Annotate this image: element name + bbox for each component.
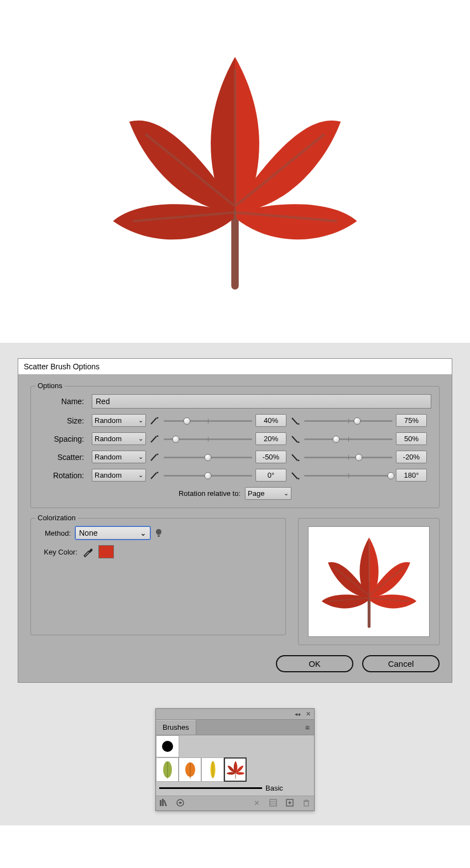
- slider-max-icon: [291, 472, 301, 479]
- brush-round-default[interactable]: [156, 735, 179, 757]
- key-color-swatch[interactable]: [98, 545, 114, 558]
- preview-group: [298, 518, 440, 645]
- spacing-value-1[interactable]: 20%: [255, 432, 286, 445]
- scatter-mode-select[interactable]: Random⌄: [92, 451, 146, 463]
- colorization-group: Colorization Method: None⌄ Key Color:: [30, 518, 286, 635]
- brushes-tab[interactable]: Brushes: [156, 720, 196, 735]
- svg-point-9: [298, 459, 300, 461]
- chevron-down-icon: ⌄: [140, 529, 147, 537]
- rotation-relative-select[interactable]: Page⌄: [245, 487, 291, 500]
- svg-rect-14: [162, 799, 164, 806]
- slider-min-icon: [150, 435, 160, 443]
- size-mode-select[interactable]: Random⌄: [92, 414, 146, 427]
- chevron-down-icon: ⌄: [284, 490, 289, 497]
- scatter-brush-dialog: Scatter Brush Options Options Name: Size…: [18, 358, 452, 683]
- spacing-mode-select[interactable]: Random⌄: [92, 432, 146, 445]
- colorization-legend: Colorization: [35, 514, 78, 522]
- size-value-1[interactable]: 40%: [255, 414, 286, 427]
- options-icon[interactable]: [269, 798, 278, 807]
- svg-rect-22: [304, 801, 309, 806]
- method-label: Method:: [39, 529, 71, 537]
- svg-point-7: [298, 441, 300, 442]
- name-label: Name:: [39, 397, 87, 406]
- slider-min-icon: [150, 417, 160, 425]
- chevron-down-icon: ⌄: [138, 417, 143, 424]
- spacing-value-2[interactable]: 50%: [396, 432, 427, 445]
- basic-label: Basic: [265, 784, 283, 792]
- rotation-relative-label: Rotation relative to:: [179, 489, 241, 498]
- ok-button[interactable]: OK: [276, 655, 353, 672]
- slider-min-icon: [150, 472, 160, 479]
- brushes-panel: ◂◂ ✕ Brushes ≡ Basic: [155, 708, 315, 811]
- spacing-slider-2[interactable]: [304, 435, 393, 443]
- leaf-artwork: [111, 33, 359, 310]
- collapse-icon[interactable]: ◂◂: [295, 711, 300, 717]
- scatter-value-1[interactable]: -50%: [255, 451, 286, 463]
- libraries-icon[interactable]: [159, 798, 168, 807]
- rotation-slider-2[interactable]: [304, 472, 393, 479]
- rotation-label: Rotation:: [39, 471, 87, 480]
- svg-point-8: [157, 453, 159, 455]
- slider-min-icon: [150, 453, 160, 461]
- name-input[interactable]: [92, 394, 431, 409]
- svg-point-11: [298, 478, 300, 479]
- size-slider-2[interactable]: [304, 417, 393, 425]
- options-group: Options Name: Size: Random⌄ 40%: [30, 386, 440, 508]
- size-label: Size:: [39, 416, 87, 425]
- svg-rect-13: [160, 800, 161, 806]
- brush-leaf-green[interactable]: [156, 757, 179, 782]
- cancel-button[interactable]: Cancel: [362, 655, 440, 672]
- scatter-value-2[interactable]: -20%: [396, 451, 427, 463]
- method-select[interactable]: None⌄: [75, 526, 150, 540]
- svg-point-5: [298, 423, 300, 424]
- rotation-value-2[interactable]: 180°: [396, 469, 427, 482]
- brush-libraries-icon[interactable]: [176, 798, 185, 807]
- spacing-slider-1[interactable]: [164, 435, 252, 443]
- tip-icon[interactable]: [155, 529, 163, 537]
- new-brush-icon[interactable]: [285, 798, 294, 807]
- chevron-down-icon: ⌄: [138, 453, 143, 461]
- remove-stroke-icon[interactable]: ✕: [252, 798, 261, 807]
- spacing-label: Spacing:: [39, 435, 87, 443]
- scatter-slider-2[interactable]: [304, 453, 393, 461]
- chevron-down-icon: ⌄: [138, 435, 143, 442]
- svg-point-10: [157, 472, 159, 473]
- key-color-label: Key Color:: [39, 548, 77, 556]
- size-slider-1[interactable]: [164, 417, 252, 425]
- slider-max-icon: [291, 453, 301, 461]
- brush-leaf-orange[interactable]: [179, 757, 201, 782]
- brush-basic[interactable]: Basic: [156, 782, 314, 796]
- chevron-down-icon: ⌄: [138, 472, 143, 479]
- options-legend: Options: [35, 381, 65, 390]
- svg-rect-16: [270, 799, 276, 806]
- brush-preview: [308, 526, 430, 637]
- scatter-label: Scatter:: [39, 453, 87, 462]
- rotation-mode-select[interactable]: Random⌄: [92, 469, 146, 482]
- dialog-title: Scatter Brush Options: [18, 359, 452, 375]
- svg-rect-24: [305, 800, 307, 801]
- brush-leaf-red[interactable]: [224, 757, 247, 782]
- size-value-2[interactable]: 75%: [396, 414, 427, 427]
- slider-max-icon: [291, 417, 301, 425]
- panel-menu-icon[interactable]: ≡: [301, 721, 314, 734]
- eyedropper-icon[interactable]: [82, 546, 94, 558]
- close-icon[interactable]: ✕: [306, 710, 311, 718]
- brush-leaf-yellow[interactable]: [201, 757, 224, 782]
- scatter-slider-1[interactable]: [164, 453, 252, 461]
- delete-brush-icon[interactable]: [302, 798, 311, 807]
- rotation-slider-1[interactable]: [164, 472, 252, 479]
- svg-rect-12: [158, 535, 160, 537]
- svg-point-4: [157, 417, 159, 419]
- svg-point-6: [157, 435, 159, 437]
- slider-max-icon: [291, 435, 301, 443]
- artwork-canvas: [0, 0, 470, 343]
- rotation-value-1[interactable]: 0°: [255, 469, 286, 482]
